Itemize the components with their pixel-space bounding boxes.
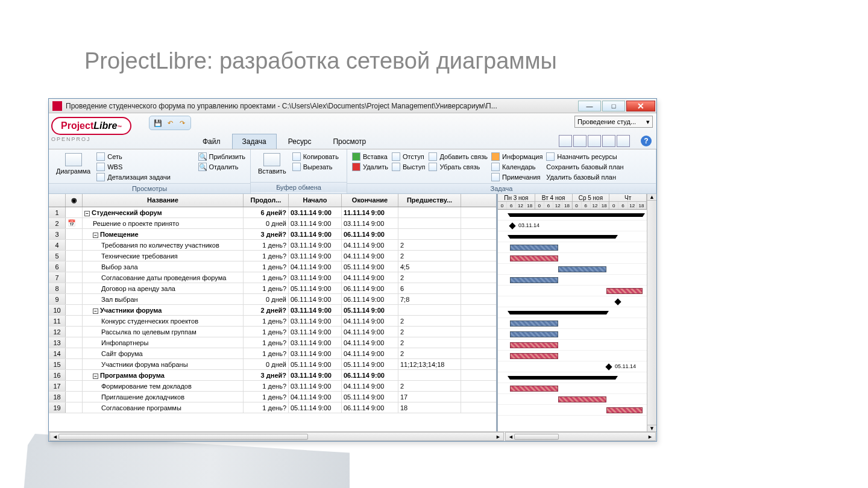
column-header[interactable] — [49, 194, 66, 207]
cell[interactable]: 06.11.14 9:00 — [289, 294, 342, 304]
cell[interactable]: 06.11.14 9:00 — [342, 283, 398, 293]
gantt-bar[interactable] — [510, 213, 643, 217]
gantt-bar[interactable] — [510, 353, 558, 359]
outline-toggle[interactable]: − — [93, 308, 98, 314]
cell[interactable] — [66, 337, 83, 348]
assign-resources-button[interactable]: Назначить ресурсы — [546, 152, 623, 161]
cell[interactable]: 1 день? — [244, 402, 289, 413]
help-icon[interactable]: ? — [641, 136, 652, 146]
column-header[interactable]: Продол... — [244, 194, 289, 207]
vertical-scrollbar[interactable] — [647, 194, 656, 431]
cell[interactable] — [66, 305, 83, 315]
cell[interactable]: 2 — [398, 348, 461, 358]
cell[interactable]: 3 дней? — [244, 370, 289, 380]
cell[interactable]: Выбор зала — [83, 261, 244, 272]
cell[interactable] — [66, 392, 83, 402]
grid-hscroll[interactable] — [49, 432, 504, 441]
cell[interactable] — [66, 261, 83, 272]
table-row[interactable]: 5Технические требования1 день?03.11.14 9… — [49, 251, 496, 261]
outdent-button[interactable]: Выступ — [392, 162, 425, 172]
cell[interactable]: Согласование программы — [83, 402, 244, 413]
network-button[interactable]: Сеть — [96, 152, 171, 161]
cell[interactable]: Согласование даты проведения форума — [83, 272, 244, 283]
cell[interactable]: 06.11.14 9:00 — [342, 229, 398, 239]
cell[interactable] — [66, 402, 83, 413]
save-baseline-button[interactable]: Сохранить базовый план — [546, 162, 623, 172]
cell[interactable]: Зал выбран — [83, 294, 244, 304]
cell[interactable] — [66, 229, 83, 239]
table-row[interactable]: 11Конкурс студенческих проектов1 день?03… — [49, 316, 496, 327]
calendar-button[interactable]: Календарь — [491, 162, 542, 172]
zoom-out-button[interactable]: 🔍Отдалить — [198, 162, 246, 172]
paste-button[interactable]: Вставить — [256, 152, 289, 181]
cell[interactable]: −Помещение — [83, 229, 244, 239]
cell[interactable]: 05.11.14 9:00 — [342, 305, 398, 315]
cell[interactable] — [66, 348, 83, 358]
view-icon-resource[interactable] — [602, 135, 615, 147]
cell[interactable]: 06.11.14 9:00 — [342, 402, 398, 413]
cell[interactable]: 1 день? — [244, 316, 289, 326]
cell[interactable]: 04.11.14 9:00 — [342, 348, 398, 358]
copy-button[interactable]: Копировать — [292, 152, 339, 161]
cell[interactable]: 03.11.14 9:00 — [289, 381, 342, 391]
cell[interactable]: Приглашение докладчиков — [83, 392, 244, 402]
cell[interactable]: 14 — [49, 348, 66, 358]
cell[interactable]: 03.11.14 9:00 — [289, 370, 342, 380]
cell[interactable]: 3 дней? — [244, 229, 289, 239]
view-icon-gantt[interactable] — [559, 135, 572, 147]
cell[interactable]: 03.11.14 9:00 — [289, 207, 342, 217]
table-row[interactable]: 1−Студенческий форум6 дней?03.11.14 9:00… — [49, 207, 496, 218]
redo-icon[interactable]: ↷ — [177, 118, 187, 128]
cell[interactable] — [66, 370, 83, 380]
undo-icon[interactable]: ↶ — [165, 118, 175, 128]
gantt-bar[interactable] — [510, 386, 558, 392]
cell[interactable]: 11;12;13;14;18 — [398, 359, 461, 369]
cell[interactable]: 05.11.14 9:00 — [289, 402, 342, 413]
cell[interactable]: 06.11.14 9:00 — [342, 294, 398, 304]
view-icon-usage[interactable] — [617, 135, 630, 147]
cell[interactable]: 7 — [49, 272, 66, 283]
cell[interactable]: 1 день? — [244, 240, 289, 250]
cell[interactable]: 03.11.14 9:00 — [289, 218, 342, 228]
cell[interactable] — [398, 207, 461, 217]
cell[interactable]: −Программа форума — [83, 370, 244, 380]
cell[interactable]: 05.11.14 9:00 — [342, 392, 398, 402]
cell[interactable]: Технические требования — [83, 251, 244, 261]
cell[interactable]: 03.11.14 9:00 — [289, 251, 342, 261]
cell[interactable]: 2 — [398, 337, 461, 348]
gantt-bar[interactable] — [606, 407, 643, 413]
cell[interactable]: 1 день? — [244, 381, 289, 391]
cell[interactable]: 6 дней? — [244, 207, 289, 217]
cut-button[interactable]: Вырезать — [292, 162, 339, 172]
outline-toggle[interactable]: − — [93, 233, 98, 238]
gantt-bar[interactable] — [510, 321, 558, 327]
table-row[interactable]: 15Участники форума набраны0 дней05.11.14… — [49, 359, 496, 370]
unlink-button[interactable]: Убрать связь — [429, 162, 488, 172]
cell[interactable]: 9 — [49, 294, 66, 304]
cell[interactable]: 2 — [398, 381, 461, 391]
cell[interactable]: 1 — [49, 207, 66, 217]
table-row[interactable]: 3−Помещение3 дней?03.11.14 9:0006.11.14 … — [49, 229, 496, 240]
table-row[interactable]: 8Договор на аренду зала1 день?05.11.14 9… — [49, 283, 496, 294]
cell[interactable]: 5 — [49, 251, 66, 261]
gantt-body[interactable]: 03.11.1405.11.14 — [498, 210, 647, 416]
gantt-bar[interactable] — [510, 255, 558, 261]
cell[interactable]: 📅 — [66, 218, 83, 228]
cell[interactable]: 1 день? — [244, 261, 289, 272]
cell[interactable]: 11.11.14 9:00 — [342, 207, 398, 217]
diagram-button[interactable]: Диаграмма — [54, 152, 93, 182]
cell[interactable]: 2 дней? — [244, 305, 289, 315]
table-row[interactable]: 2📅Решение о проекте принято0 дней03.11.1… — [49, 218, 496, 229]
cell[interactable]: 4 — [49, 240, 66, 250]
cell[interactable] — [66, 294, 83, 304]
outline-toggle[interactable]: − — [84, 211, 90, 216]
cell[interactable]: 1 день? — [244, 283, 289, 293]
milestone[interactable] — [614, 298, 621, 305]
minimize-button[interactable]: — — [578, 101, 601, 111]
table-row[interactable]: 6Выбор зала1 день?04.11.14 9:0005.11.14 … — [49, 261, 496, 272]
milestone[interactable] — [605, 363, 612, 370]
cell[interactable]: 6 — [49, 261, 66, 272]
cell[interactable]: 04.11.14 9:00 — [342, 240, 398, 250]
column-header[interactable]: ◉ — [66, 194, 83, 207]
cell[interactable]: Требования по количеству участников — [83, 240, 244, 250]
